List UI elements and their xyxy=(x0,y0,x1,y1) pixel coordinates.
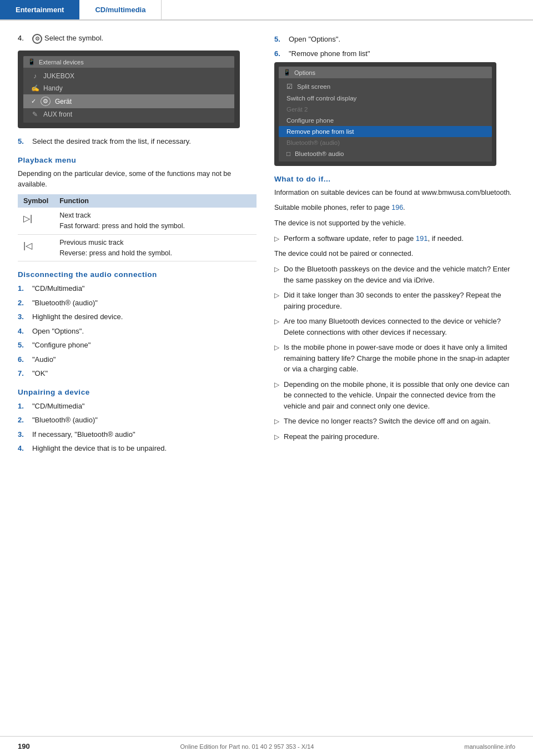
prev-function: Previous music track Reverse: press and … xyxy=(54,234,257,261)
disc-step-4: 4. Open "Options". xyxy=(18,326,257,337)
gerat-label: Gerät xyxy=(55,98,72,105)
next-function: Next track Fast forward: press and hold … xyxy=(54,208,257,234)
unpair-step-1: 1. "CD/Multimedia" xyxy=(18,401,257,412)
page-number: 190 xyxy=(18,742,30,750)
col-function: Function xyxy=(54,194,257,208)
disc-step-7: 7. "OK" xyxy=(18,368,257,379)
unpair-step-3-num: 3. xyxy=(18,429,30,440)
bt-audio-label: Bluetooth® (audio) xyxy=(286,139,340,146)
right-column: 5. Open "Options". 6. "Remove phone from… xyxy=(274,34,515,457)
step-5-left-text: Select the desired track from the list, … xyxy=(32,136,257,147)
device-screenshot-2: 📱 Options ☑ Split screen Switch off cont… xyxy=(274,62,496,166)
aux-label: AUX front xyxy=(43,110,72,118)
disc-step-5: 5. "Configure phone" xyxy=(18,340,257,351)
list-item-too-many: ▷ Are too many Bluetooth devices connect… xyxy=(274,316,515,337)
disc-step-1-text: "CD/Multimedia" xyxy=(32,283,257,294)
step-6-right: 6. "Remove phone from list" xyxy=(274,48,515,59)
screen-row-aux: ✎ AUX front xyxy=(23,108,234,120)
screen2-row-switchoff: Switch off control display xyxy=(279,93,492,104)
screen2-row-configure: Configure phone xyxy=(279,115,492,126)
configure-phone-label: Configure phone xyxy=(286,117,334,124)
screen-body-2: ☑ Split screen Switch off control displa… xyxy=(279,78,492,162)
table-row-prev: |◁ Previous music track Reverse: press a… xyxy=(18,234,257,261)
disc-step-6-num: 6. xyxy=(18,354,30,365)
bullet-text-1: Perform a software update, refer to page… xyxy=(284,233,464,244)
bullet-list: ▷ Perform a software update, refer to pa… xyxy=(274,233,515,244)
left-column: 4. ⚙ Select the symbol. 📱 External devic… xyxy=(18,34,257,457)
handy-icon: ✍ xyxy=(31,84,39,92)
disconnecting-heading: Disconnecting the audio connection xyxy=(18,270,257,279)
tab-entertainment[interactable]: Entertainment xyxy=(0,0,79,19)
col-symbol: Symbol xyxy=(18,194,54,208)
step-4: 4. ⚙ Select the symbol. xyxy=(18,34,257,44)
remove-phone-label: Remove phone from list xyxy=(286,128,354,135)
unpair-step-4-num: 4. xyxy=(18,443,30,454)
list-item-repeat: ▷ Repeat the pairing procedure. xyxy=(274,431,515,442)
unpair-step-4: 4. Highlight the device that is to be un… xyxy=(18,443,257,454)
bullet-arrow-4: ▷ xyxy=(274,316,279,326)
step-5-left-number: 5. xyxy=(18,136,30,147)
bullet-arrow-6: ▷ xyxy=(274,380,279,390)
body-not-paired: The device could not be paired or connec… xyxy=(274,249,515,259)
disc-step-4-num: 4. xyxy=(18,326,30,337)
footer-text: Online Edition for Part no. 01 40 2 957 … xyxy=(180,743,314,750)
prev-line2: Reverse: press and hold the symbol. xyxy=(59,248,251,259)
disc-step-1-num: 1. xyxy=(18,283,30,294)
screen2-header-icon: 📱 xyxy=(283,69,291,76)
playback-desc: Depending on the particular device, some… xyxy=(18,169,257,190)
bullet-arrow-3: ▷ xyxy=(274,290,279,300)
unpair-step-1-num: 1. xyxy=(18,401,30,412)
page-link-191[interactable]: 191 xyxy=(416,234,428,243)
body-text-1: Information on suitable devices can be f… xyxy=(274,188,515,198)
list-item-power-save: ▷ Is the mobile phone in power-save mode… xyxy=(274,342,515,375)
bullet-text-5: Is the mobile phone in power-save mode o… xyxy=(284,342,515,375)
tab-cd-multimedia[interactable]: CD/multimedia xyxy=(79,0,162,19)
split-check-icon: ☑ xyxy=(286,83,293,90)
check-icon: ✓ xyxy=(31,98,36,105)
disc-step-1: 1. "CD/Multimedia" xyxy=(18,283,257,294)
bullet-text-3: Did it take longer than 30 seconds to en… xyxy=(284,290,515,311)
screen-row-handy: ✍ Handy xyxy=(23,82,234,94)
screen-header-label: External devices xyxy=(39,59,84,65)
screen-row-gerat: ✓ ⚙ Gerät xyxy=(23,94,234,108)
bullet-arrow-7: ▷ xyxy=(274,416,279,426)
screen-header-2: 📱 Options xyxy=(279,67,492,78)
screen2-row-gerat2: Gerät 2 xyxy=(279,104,492,115)
screen-row-jukebox: ♪ JUKEBOX xyxy=(23,70,234,82)
unpair-step-2: 2. "Bluetooth® (audio)" xyxy=(18,415,257,426)
bullet-text-2: Do the Bluetooth passkeys on the device … xyxy=(284,264,515,285)
unpair-step-4-text: Highlight the device that is to be unpai… xyxy=(32,443,257,454)
what-to-do-heading: What to do if... xyxy=(274,175,515,183)
jukebox-icon: ♪ xyxy=(31,72,39,80)
list-item-bt-passkeys: ▷ Do the Bluetooth passkeys on the devic… xyxy=(274,264,515,285)
device-screenshot-1: 📱 External devices ♪ JUKEBOX ✍ Handy ✓ ⚙ xyxy=(18,51,240,128)
disc-step-2-num: 2. xyxy=(18,298,30,309)
disc-step-3-num: 3. xyxy=(18,311,30,322)
split-screen-label: Split screen xyxy=(297,83,330,90)
next-line1: Next track xyxy=(59,210,251,221)
body-text-2: Suitable mobile phones, refer to page 19… xyxy=(274,203,515,213)
step-4-number: 4. xyxy=(18,34,30,42)
screen-body-1: ♪ JUKEBOX ✍ Handy ✓ ⚙ Gerät ✎ AUX fron xyxy=(23,68,234,123)
disc-step-4-text: Open "Options". xyxy=(32,326,257,337)
list-item-no-react: ▷ The device no longer reacts? Switch th… xyxy=(274,416,515,427)
switchoff-label: Switch off control display xyxy=(286,95,356,102)
bt-audio2-check: □ xyxy=(286,150,290,157)
screen2-row-bt-audio: Bluetooth® (audio) xyxy=(279,137,492,148)
unpair-step-3-text: If necessary, "Bluetooth® audio" xyxy=(32,429,257,440)
disc-step-7-text: "OK" xyxy=(32,368,257,379)
unpair-step-1-text: "CD/Multimedia" xyxy=(32,401,257,412)
step-6-right-text: "Remove phone from list" xyxy=(289,48,515,59)
bt-audio2-label: Bluetooth® audio xyxy=(295,150,344,157)
step-5-right-text: Open "Options". xyxy=(289,34,515,45)
bullet-text-7: The device no longer reacts? Switch the … xyxy=(284,416,491,427)
footer-site: manualsonline.info xyxy=(464,743,515,750)
list-item-30sec: ▷ Did it take longer than 30 seconds to … xyxy=(274,290,515,311)
table-row-next: ▷| Next track Fast forward: press and ho… xyxy=(18,208,257,234)
playback-heading: Playback menu xyxy=(18,156,257,164)
gerat2-label: Gerät 2 xyxy=(286,106,308,113)
page-link-196[interactable]: 196 xyxy=(391,204,403,211)
jukebox-label: JUKEBOX xyxy=(43,72,74,80)
prev-line1: Previous music track xyxy=(59,238,251,248)
bullet-arrow-1: ▷ xyxy=(274,234,279,244)
